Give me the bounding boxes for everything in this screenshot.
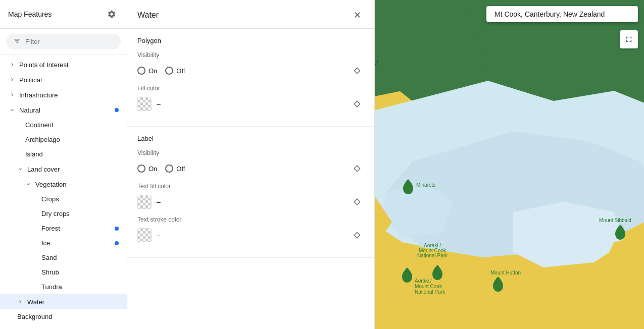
tree-item-label: Dry crops: [41, 210, 70, 217]
mid-panel-title: Water: [137, 11, 159, 20]
active-dot: [115, 227, 119, 231]
tree-item-label: Background: [17, 313, 52, 320]
chevron-icon: [16, 298, 24, 306]
field-label: Text fill color: [137, 183, 364, 190]
tree-item-dry-crops[interactable]: Dry crops: [0, 206, 127, 221]
color-swatch[interactable]: [137, 195, 152, 209]
tree-item-ice[interactable]: Ice: [0, 236, 127, 250]
svg-text:Mount Hutton: Mount Hutton: [490, 270, 521, 276]
tree-item-sand[interactable]: Sand: [0, 250, 127, 265]
svg-text:National Park: National Park: [417, 253, 448, 258]
tree-item-label: Points of Interest: [19, 61, 69, 69]
tree-item-label: Forest: [41, 225, 60, 232]
radio-option-on[interactable]: On: [137, 164, 157, 173]
tree-item-tundra[interactable]: Tundra: [0, 280, 127, 294]
color-row: –: [137, 97, 364, 111]
tree-item-shrub[interactable]: Shrub: [0, 265, 127, 280]
tree-item-island[interactable]: Island: [0, 147, 127, 161]
franz-josef-label: Franz Josef: [375, 60, 378, 66]
tree-item-archipelago[interactable]: Archipelago: [0, 132, 127, 147]
svg-text:National Park: National Park: [415, 289, 445, 295]
radio-circle: [165, 67, 173, 75]
chevron-icon: [8, 106, 16, 114]
active-dot: [115, 241, 119, 245]
radio-group: OnOff: [137, 164, 350, 173]
color-diamond-button[interactable]: [350, 195, 364, 209]
fullscreen-button[interactable]: [620, 30, 638, 48]
tree-item-points-of-interest[interactable]: Points of Interest: [0, 57, 127, 72]
field-fill-color: Fill color–: [137, 85, 364, 111]
chevron-icon: [24, 180, 32, 188]
tree-item-natural[interactable]: Natural: [0, 102, 127, 118]
tree-item-land-cover[interactable]: Land cover: [0, 161, 127, 177]
field-label: Visibility: [137, 149, 364, 156]
diamond-button[interactable]: [350, 64, 364, 78]
tree-item-label: Political: [19, 76, 42, 84]
tree-item-label: Continent: [25, 121, 54, 129]
tree-item-label: Sand: [41, 254, 57, 261]
tree-item-label: Natural: [19, 106, 40, 114]
field-text-stroke-color: Text stroke color–: [137, 216, 364, 242]
chevron-icon: [8, 61, 16, 69]
radio-label: On: [148, 165, 157, 173]
panel-title: Map Features: [8, 10, 52, 18]
radio-option-off[interactable]: Off: [165, 67, 185, 75]
color-value: –: [157, 100, 161, 108]
filter-input[interactable]: [25, 38, 114, 45]
field-label: Fill color: [137, 85, 364, 92]
radio-option-on[interactable]: On: [137, 67, 157, 75]
tree-item-label: Tundra: [41, 283, 62, 291]
tree-item-forest[interactable]: Forest: [0, 221, 127, 236]
radio-label: Off: [176, 67, 185, 75]
tree-item-label: Island: [25, 150, 43, 158]
tree-item-infrastructure[interactable]: Infrastructure: [0, 87, 127, 102]
tree-item-water[interactable]: Water: [0, 294, 127, 309]
mid-panel: Water ✕ PolygonVisibilityOnOffFill color…: [127, 0, 375, 329]
mid-header: Water ✕: [127, 0, 374, 29]
tree-item-political[interactable]: Political: [0, 72, 127, 87]
diamond-icon: [353, 198, 361, 206]
svg-text:Aoraki /: Aoraki /: [415, 278, 432, 284]
tree-item-continent[interactable]: Continent: [0, 118, 127, 132]
search-text: Mt Cook, Canterbury, New Zealand: [494, 10, 605, 18]
chevron-icon: [8, 76, 16, 84]
settings-button[interactable]: [105, 7, 119, 21]
tree-item-label: Shrub: [41, 268, 59, 276]
close-button[interactable]: ✕: [350, 8, 364, 22]
color-swatch[interactable]: [137, 97, 152, 111]
color-swatch[interactable]: [137, 228, 152, 242]
tree-item-label: Land cover: [27, 166, 60, 173]
color-diamond-button[interactable]: [350, 228, 364, 242]
chevron-icon: [16, 165, 24, 173]
diamond-button[interactable]: [350, 161, 364, 176]
color-row: –: [137, 228, 364, 242]
filter-input-wrap[interactable]: [6, 34, 121, 49]
filter-bar: [0, 29, 127, 55]
diamond-icon: [353, 231, 361, 239]
tree-item-label: Ice: [41, 239, 50, 247]
section-label: LabelVisibilityOnOffText fill color–Text…: [127, 127, 374, 258]
field-polygon-visibility: VisibilityOnOff: [137, 51, 364, 78]
section-heading: Polygon: [137, 37, 364, 44]
section-heading: Label: [137, 135, 364, 142]
tree-item-background[interactable]: Background: [0, 309, 127, 324]
tree-item-crops[interactable]: Crops: [0, 192, 127, 206]
color-diamond-button[interactable]: [350, 97, 364, 111]
diamond-icon: [353, 100, 361, 108]
color-value: –: [157, 231, 161, 239]
tree-item-vegetation[interactable]: Vegetation: [0, 177, 127, 192]
visibility-row: OnOff: [137, 64, 364, 78]
tree-item-label: Infrastructure: [19, 91, 58, 99]
map-area: WEST COAST WEST COAST WEST COAST CANTERB…: [375, 0, 644, 329]
tree-item-label: Archipelago: [25, 136, 60, 143]
field-label-visibility: VisibilityOnOff: [137, 149, 364, 176]
active-dot: [115, 108, 119, 112]
radio-label: On: [148, 67, 157, 75]
field-label: Visibility: [137, 51, 364, 59]
tree-item-label: Crops: [41, 195, 59, 203]
color-row: –: [137, 195, 364, 209]
radio-circle: [137, 67, 145, 75]
radio-option-off[interactable]: Off: [165, 164, 185, 173]
tree-item-label: Vegetation: [35, 181, 66, 188]
gear-icon: [107, 10, 116, 19]
